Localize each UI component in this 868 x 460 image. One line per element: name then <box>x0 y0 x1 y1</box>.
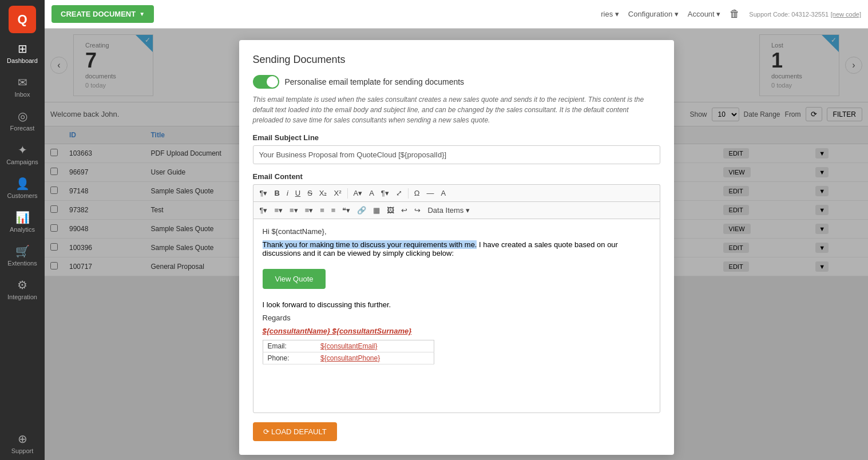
sig-phone-row: Phone: ${consultantPhone} <box>263 352 434 364</box>
toolbar-italic-btn[interactable]: i <box>284 187 291 199</box>
toolbar-fullscreen-btn[interactable]: ⤢ <box>393 187 405 199</box>
topbar-right: ries ▾ Configuration ▾ Account ▾ 🗑 Suppo… <box>601 8 861 20</box>
sidebar-item-label: Dashboard <box>7 57 38 64</box>
inbox-icon: ✉ <box>18 76 27 89</box>
dashboard-icon: ⊞ <box>18 42 27 55</box>
toolbar-list-btn[interactable]: ≡▾ <box>287 204 301 216</box>
sidebar-item-support[interactable]: ⊕ Support <box>0 426 45 460</box>
email-highlighted-text: Thank you for making time to discuss you… <box>263 240 477 249</box>
create-document-button[interactable]: CREATE DOCUMENT ▼ <box>51 5 154 23</box>
customers-icon: 👤 <box>15 177 30 191</box>
content-label: Email Content <box>253 172 660 181</box>
create-doc-arrow-icon: ▼ <box>139 11 145 17</box>
email-regards: Regards <box>263 314 651 322</box>
toolbar-data-items-btn[interactable]: Data Items ▾ <box>425 204 472 216</box>
toolbar-sep-1 <box>347 188 348 199</box>
sidebar-item-label: Extentions <box>7 260 37 267</box>
sig-email-row: Email: ${consultantEmail} <box>263 340 434 352</box>
subject-input[interactable] <box>253 145 660 164</box>
toggle-label: Personalise email template for sending d… <box>285 77 465 86</box>
signature-table: Email: ${consultantEmail} Phone: ${consu… <box>263 340 434 364</box>
sig-email-value: ${consultantEmail} <box>320 342 377 350</box>
trash-icon[interactable]: 🗑 <box>730 8 740 20</box>
sidebar-item-customers[interactable]: 👤 Customers <box>0 171 45 205</box>
topbar: CREATE DOCUMENT ▼ ries ▾ Configuration ▾… <box>45 0 868 29</box>
toolbar-outdent-btn[interactable]: ≡ <box>328 204 339 216</box>
sidebar-item-label: Campaigns <box>6 158 38 165</box>
new-code-link[interactable]: [new code] <box>831 11 861 18</box>
sidebar-item-campaigns[interactable]: ✦ Campaigns <box>0 137 45 171</box>
toolbar-sub-btn[interactable]: X₂ <box>316 187 330 199</box>
logo-icon: Q <box>17 12 27 27</box>
modal-title: Sending Documents <box>253 54 660 66</box>
toolbar-font-color-btn[interactable]: A <box>366 187 377 199</box>
sidebar-item-label: Support <box>11 447 34 454</box>
sig-phone-label: Phone: <box>263 352 316 364</box>
campaigns-icon: ✦ <box>18 143 27 157</box>
toolbar-dash-btn[interactable]: — <box>424 187 437 199</box>
toolbar-sup-btn[interactable]: X² <box>331 187 344 199</box>
sidebar-logo[interactable]: Q <box>9 6 36 33</box>
analytics-icon: 📊 <box>15 211 30 224</box>
sidebar-item-label: Integration <box>7 294 37 300</box>
sidebar-item-integration[interactable]: ⚙ Integration <box>0 272 45 306</box>
sidebar-item-label: Inbox <box>15 91 30 98</box>
toolbar-strike-btn[interactable]: S <box>304 187 315 199</box>
toolbar-para2-btn[interactable]: ¶▾ <box>378 187 392 199</box>
toolbar-redo-btn[interactable]: ↪ <box>411 204 423 216</box>
topbar-nav-configuration[interactable]: Configuration ▾ <box>628 10 679 18</box>
topbar-nav-ries[interactable]: ries ▾ <box>601 10 619 18</box>
support-code-area: Support Code: 04312-32551 [new code] <box>749 10 861 18</box>
sidebar-item-forecast[interactable]: ◎ Forecast <box>0 104 45 137</box>
toolbar-clear-btn[interactable]: A <box>438 187 449 199</box>
support-code-text: Support Code: 04312-32551 <box>749 11 829 18</box>
sidebar-item-dashboard[interactable]: ⊞ Dashboard <box>0 36 45 70</box>
toolbar-table-btn[interactable]: ▦ <box>370 204 383 216</box>
extentions-icon: 🛒 <box>15 244 30 258</box>
editor-toolbar-2: ¶▾ ≡▾ ≡▾ ≡▾ ≡ ≡ ❝▾ 🔗 ▦ 🖼 ↩ ↪ Data Items … <box>253 201 660 219</box>
personalise-toggle[interactable] <box>253 75 279 89</box>
sidebar-item-inbox[interactable]: ✉ Inbox <box>0 70 45 104</box>
email-footer: I look forward to discussing this furthe… <box>263 300 651 309</box>
sig-phone-value: ${consultantPhone} <box>320 354 380 362</box>
toolbar-image-btn[interactable]: 🖼 <box>384 204 397 216</box>
toolbar-omega-btn[interactable]: Ω <box>411 187 423 199</box>
toolbar-undo-btn[interactable]: ↩ <box>398 204 410 216</box>
view-quote-button[interactable]: View Quote <box>263 269 326 289</box>
sidebar-item-extentions[interactable]: 🛒 Extentions <box>0 239 45 272</box>
support-icon: ⊕ <box>18 432 27 446</box>
sidebar-item-analytics[interactable]: 📊 Analytics <box>0 205 45 239</box>
email-body-text: Thank you for making time to discuss you… <box>263 240 651 257</box>
sending-documents-modal: Sending Documents Personalise email temp… <box>239 40 674 455</box>
signature-area: ${consultantName} ${consultantSurname} E… <box>263 327 651 364</box>
toolbar-font-size-btn[interactable]: A▾ <box>351 187 366 199</box>
integration-icon: ⚙ <box>17 278 27 292</box>
toggle-knob <box>267 76 278 88</box>
topbar-nav-account[interactable]: Account ▾ <box>688 10 721 18</box>
sig-email-label: Email: <box>263 340 316 352</box>
toolbar-align-btn[interactable]: ¶▾ <box>257 204 271 216</box>
subject-line-label: Email Subject Line <box>253 133 660 142</box>
modal-overlay: Sending Documents Personalise email temp… <box>45 29 868 460</box>
sidebar-item-label: Customers <box>7 192 37 199</box>
sidebar-item-label: Analytics <box>10 226 35 233</box>
forecast-icon: ◎ <box>18 109 27 123</box>
toolbar-link-btn[interactable]: 🔗 <box>354 204 369 216</box>
toggle-row: Personalise email template for sending d… <box>253 75 660 89</box>
toolbar-list2-btn[interactable]: ≡▾ <box>302 204 316 216</box>
create-doc-label: CREATE DOCUMENT <box>61 10 136 18</box>
email-greeting: Hi ${contactName}, <box>263 227 651 236</box>
toolbar-underline-btn[interactable]: U <box>292 187 303 199</box>
load-default-button[interactable]: ⟳ LOAD DEFAULT <box>253 422 337 441</box>
toolbar-sep-2 <box>408 188 409 199</box>
editor-toolbar: ¶▾ B i U S X₂ X² A▾ A ¶▾ ⤢ Ω — A <box>253 184 660 201</box>
email-editor-body[interactable]: Hi ${contactName}, Thank you for making … <box>253 219 660 413</box>
sig-name: ${consultantName} ${consultantSurname} <box>263 327 651 335</box>
toolbar-bold-btn[interactable]: B <box>271 187 282 199</box>
sidebar: Q ⊞ Dashboard ✉ Inbox ◎ Forecast ✦ Campa… <box>0 0 45 460</box>
view-quote-area: View Quote <box>263 263 651 295</box>
toolbar-indent-btn[interactable]: ≡ <box>317 204 327 216</box>
toolbar-quote-btn[interactable]: ❝▾ <box>339 204 353 216</box>
toolbar-para-btn[interactable]: ¶▾ <box>257 187 271 199</box>
toolbar-align2-btn[interactable]: ≡▾ <box>271 204 286 216</box>
